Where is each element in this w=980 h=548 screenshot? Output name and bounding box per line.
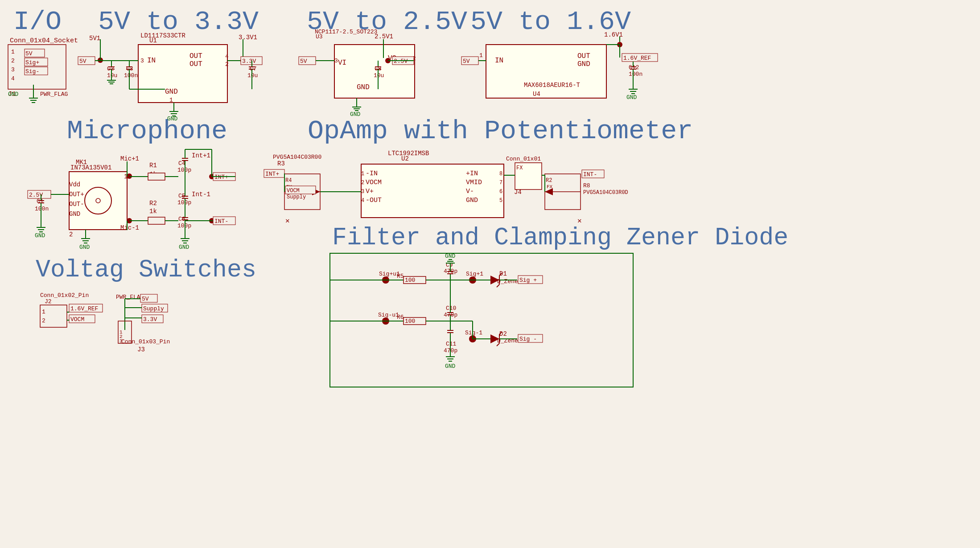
svg-text:3.3V: 3.3V [143, 316, 157, 323]
svg-text:2: 2 [69, 231, 73, 238]
svg-text:2: 2 [225, 61, 229, 68]
svg-text:5V: 5V [79, 58, 86, 65]
svg-text:Mic-1: Mic-1 [120, 224, 139, 231]
svg-text:PWR_FLAG: PWR_FLAG [40, 91, 68, 98]
svg-text:1.6V_REF: 1.6V_REF [70, 305, 98, 312]
svg-text:FX: FX [547, 184, 553, 190]
svg-text:5: 5 [499, 198, 502, 204]
svg-text:-OUT: -OUT [366, 197, 382, 204]
svg-text:D2: D2 [499, 330, 507, 338]
svg-text:GND: GND [8, 91, 19, 98]
voltag-title: Voltag Switches [36, 256, 256, 284]
svg-text:100p: 100p [177, 199, 191, 206]
svg-rect-211 [361, 164, 504, 218]
filter-title: Filter and Clamping Zener Diode [332, 224, 788, 252]
svg-text:5V: 5V [463, 58, 470, 65]
svg-text:GND: GND [179, 244, 189, 251]
svg-text:GND: GND [577, 60, 590, 68]
svg-text:C4: C4 [178, 160, 185, 167]
svg-text:J3: J3 [137, 346, 145, 353]
microphone-title: Microphone [67, 116, 227, 146]
svg-text:8: 8 [499, 171, 502, 177]
svg-text:C10: C10 [446, 305, 456, 312]
svg-text:Mic+1: Mic+1 [120, 155, 139, 162]
svg-text:U4: U4 [533, 91, 540, 98]
svg-text:3: 3 [140, 58, 144, 64]
svg-text:OUT-: OUT- [69, 201, 84, 208]
svg-text:R1: R1 [149, 162, 157, 169]
svg-text:3: 3 [334, 58, 338, 64]
svg-text:OUT: OUT [189, 60, 202, 68]
svg-text:100n: 100n [629, 71, 642, 78]
svg-text:1: 1 [11, 49, 15, 55]
svg-text:3: 3 [361, 189, 364, 195]
svg-text:✕: ✕ [285, 217, 290, 225]
io-title: I/O [13, 7, 62, 37]
svg-text:100: 100 [405, 318, 415, 325]
svg-text:Sig -: Sig - [519, 336, 537, 342]
svg-text:PVG5A104C03R00: PVG5A104C03R00 [273, 154, 321, 161]
svg-text:R2: R2 [149, 200, 157, 207]
svg-text:FX: FX [516, 165, 523, 171]
svg-text:7: 7 [499, 180, 502, 186]
svg-text:GND: GND [357, 83, 370, 91]
svg-text:2: 2 [361, 180, 364, 186]
svg-text:C6: C6 [178, 216, 185, 222]
svg-text:Sig-u1: Sig-u1 [378, 312, 399, 318]
svg-text:OUT: OUT [189, 52, 202, 60]
svg-text:GND: GND [165, 88, 178, 96]
svg-text:GND: GND [466, 197, 478, 204]
svg-text:Supply: Supply [287, 194, 306, 200]
svg-text:Conn_01x01: Conn_01x01 [506, 156, 541, 162]
svg-text:4: 4 [11, 75, 15, 82]
svg-text:OUT+: OUT+ [69, 191, 84, 198]
svg-text:GND: GND [350, 111, 361, 118]
svg-text:6: 6 [499, 189, 502, 195]
svg-text:1.6V_REF: 1.6V_REF [623, 55, 651, 62]
svg-text:10u: 10u [247, 72, 258, 79]
svg-text:Sig +: Sig + [519, 277, 537, 284]
svg-text:Sig+: Sig+ [25, 59, 39, 66]
svg-text:GND: GND [79, 244, 90, 251]
svg-text:2: 2 [42, 317, 45, 324]
svg-text:100: 100 [405, 277, 415, 284]
svg-text:100p: 100p [177, 167, 191, 173]
svg-text:VOCM: VOCM [70, 316, 84, 323]
svg-text:Sig-1: Sig-1 [465, 330, 482, 336]
svg-text:VOCM: VOCM [287, 188, 300, 194]
svg-text:MK1: MK1 [76, 159, 87, 166]
svg-text:100n: 100n [35, 206, 49, 212]
svg-rect-20 [138, 45, 227, 103]
svg-text:3.3V: 3.3V [242, 58, 256, 65]
svg-text:✕: ✕ [577, 217, 582, 225]
svg-text:R8: R8 [583, 182, 590, 189]
svg-text:VOCM: VOCM [366, 179, 382, 186]
svg-text:LTC1992IMSB: LTC1992IMSB [388, 150, 429, 157]
svg-text:3.3V1: 3.3V1 [239, 34, 257, 41]
svg-text:3: 3 [119, 338, 123, 344]
svg-text:1: 1 [169, 97, 173, 103]
svg-text:4: 4 [225, 53, 229, 60]
svg-text:2.5V1: 2.5V1 [375, 33, 393, 40]
svg-text:IN: IN [495, 57, 503, 65]
svg-text:GND: GND [167, 115, 178, 122]
svg-text:VI: VI [338, 59, 346, 67]
svg-text:2.5V: 2.5V [394, 58, 408, 65]
svg-text:Conn_01x02_Pin: Conn_01x02_Pin [40, 292, 89, 299]
svg-text:LD1117S33CTR: LD1117S33CTR [140, 32, 185, 39]
svg-text:100p: 100p [177, 222, 191, 229]
svg-text:PVG5A104C03R0D: PVG5A104C03R0D [583, 190, 628, 196]
svg-text:Int+1: Int+1 [192, 152, 210, 159]
svg-text:VMID: VMID [466, 179, 482, 186]
svg-text:-IN: -IN [366, 170, 378, 177]
svg-text:D_Zener: D_Zener [497, 278, 522, 285]
svg-text:Conn_01x03_Pin: Conn_01x03_Pin [121, 338, 170, 345]
svg-text:PWR_FLAG: PWR_FLAG [116, 294, 144, 301]
svg-text:NCP1117-2.5_SOT223: NCP1117-2.5_SOT223 [315, 29, 377, 35]
svg-rect-171 [148, 217, 165, 224]
svg-text:Conn_01x04_Socket: Conn_01x04_Socket [10, 37, 78, 45]
svg-text:GND: GND [445, 253, 456, 260]
svg-text:R6: R6 [397, 314, 404, 321]
svg-text:R3: R3 [277, 160, 285, 167]
svg-text:R5: R5 [397, 273, 404, 280]
